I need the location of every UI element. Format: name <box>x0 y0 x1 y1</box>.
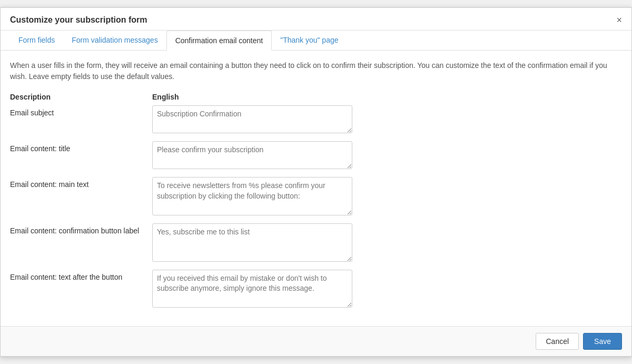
form-row-3: Email content: confirmation button label <box>10 223 622 263</box>
tab-bar: Form fields Form validation messages Con… <box>1 31 631 51</box>
description-text: When a user fills in the form, they will… <box>10 60 622 82</box>
field-label-4: Email content: text after the button <box>10 270 152 281</box>
save-button[interactable]: Save <box>583 333 622 350</box>
form-row-2: Email content: main text <box>10 177 622 217</box>
col-header-language: English <box>152 93 179 101</box>
table-headers: Description English <box>10 93 622 101</box>
field-textarea-0[interactable] <box>152 105 352 133</box>
modal-header: Customize your subscription form × <box>1 8 631 31</box>
field-input-wrap-0 <box>152 105 352 135</box>
field-label-3: Email content: confirmation button label <box>10 223 152 235</box>
cancel-button[interactable]: Cancel <box>536 333 579 350</box>
field-textarea-1[interactable] <box>152 141 352 169</box>
form-row-0: Email subject <box>10 105 622 135</box>
tab-thank-you[interactable]: "Thank you" page <box>272 31 347 51</box>
field-textarea-4[interactable] <box>152 270 352 308</box>
form-row-1: Email content: title <box>10 141 622 171</box>
form-rows: Email subjectEmail content: titleEmail c… <box>10 105 622 310</box>
modal-footer: Cancel Save <box>1 326 631 356</box>
field-textarea-3[interactable] <box>152 223 352 262</box>
close-button[interactable]: × <box>616 15 622 25</box>
tab-form-validation[interactable]: Form validation messages <box>63 31 166 51</box>
tab-form-fields[interactable]: Form fields <box>10 31 63 51</box>
tab-confirmation-email[interactable]: Confirmation email content <box>166 31 272 51</box>
col-header-description: Description <box>10 93 152 101</box>
modal-body: When a user fills in the form, they will… <box>1 51 631 327</box>
field-input-wrap-1 <box>152 141 352 171</box>
field-input-wrap-2 <box>152 177 352 217</box>
field-label-2: Email content: main text <box>10 177 152 189</box>
form-row-4: Email content: text after the button <box>10 270 622 310</box>
field-input-wrap-4 <box>152 270 352 310</box>
customize-subscription-modal: Customize your subscription form × Form … <box>0 7 632 357</box>
field-textarea-2[interactable] <box>152 177 352 215</box>
field-label-0: Email subject <box>10 105 152 117</box>
field-input-wrap-3 <box>152 223 352 263</box>
field-label-1: Email content: title <box>10 141 152 153</box>
modal-title: Customize your subscription form <box>10 15 147 25</box>
